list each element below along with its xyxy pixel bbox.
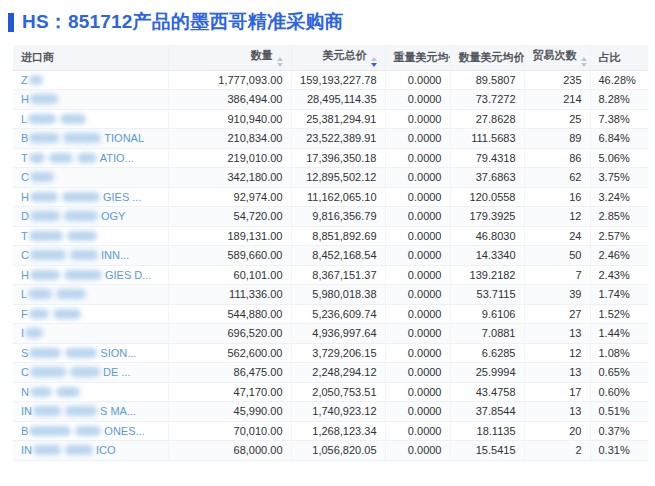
cell-usd_per_weight: 0.0000 xyxy=(385,109,450,129)
caret-down-icon[interactable] xyxy=(277,63,283,67)
page-header: HS：851712产品的墨西哥精准采购商 xyxy=(0,0,655,42)
redacted-name-segment xyxy=(30,250,66,260)
importer-name-link[interactable]: I xyxy=(13,324,168,344)
cell-trade_count: 20 xyxy=(524,421,590,441)
table-row: CINN...589,660.008,452,168.540.000014.33… xyxy=(13,246,648,266)
importer-name-suffix: INN... xyxy=(101,249,129,261)
importer-name-link[interactable]: T xyxy=(13,226,168,246)
importer-name-link[interactable]: F xyxy=(13,304,168,324)
cell-usd_total: 4,936,997.64 xyxy=(291,324,385,344)
cell-quantity: 562,600.00 xyxy=(168,343,291,363)
cell-quantity: 589,660.00 xyxy=(168,246,291,266)
sort-icon[interactable] xyxy=(581,57,587,67)
importer-name-link[interactable]: TATIO... xyxy=(13,148,168,168)
redacted-name-segment xyxy=(33,406,61,416)
importer-name-link[interactable]: SSION... xyxy=(13,343,168,363)
caret-up-icon[interactable] xyxy=(371,57,377,61)
cell-usd_per_unit: 14.3340 xyxy=(450,246,524,266)
redacted-name-segment xyxy=(63,133,101,143)
page-title: HS：851712产品的墨西哥精准采购商 xyxy=(22,9,344,35)
cell-trade_count: 13 xyxy=(524,363,590,383)
cell-usd_total: 8,367,151.37 xyxy=(291,265,385,285)
cell-share: 8.28% xyxy=(590,90,648,110)
cell-trade_count: 214 xyxy=(524,90,590,110)
cell-share: 1.08% xyxy=(590,343,648,363)
importer-name-suffix: ICO xyxy=(96,444,116,456)
redacted-name-segment xyxy=(53,309,81,319)
cell-quantity: 386,494.00 xyxy=(168,90,291,110)
cell-usd_per_unit: 9.6106 xyxy=(450,304,524,324)
importer-name-link[interactable]: L xyxy=(13,285,168,305)
cell-quantity: 68,000.00 xyxy=(168,441,291,461)
importer-name-suffix: TIONAL xyxy=(104,132,144,144)
cell-usd_per_weight: 0.0000 xyxy=(385,148,450,168)
table-row: INS MA...45,990.001,740,923.120.000037.8… xyxy=(13,402,648,422)
cell-usd_per_unit: 73.7272 xyxy=(450,90,524,110)
cell-trade_count: 17 xyxy=(524,382,590,402)
importer-name-prefix: IN xyxy=(21,444,32,456)
column-label: 数量 xyxy=(251,49,273,61)
redacted-name-segment xyxy=(30,211,60,221)
importer-name-link[interactable]: HGIES D... xyxy=(13,265,168,285)
sort-icon[interactable] xyxy=(371,57,377,67)
redacted-name-segment xyxy=(77,153,97,163)
cell-quantity: 47,170.00 xyxy=(168,382,291,402)
cell-usd_per_unit: 89.5807 xyxy=(450,70,524,90)
importer-name-link[interactable]: BTIONAL xyxy=(13,129,168,149)
column-header-trade_count[interactable]: 贸易次数 xyxy=(524,45,590,70)
importer-name-link[interactable]: C xyxy=(13,168,168,188)
redacted-name-segment xyxy=(29,231,63,241)
redacted-name-segment xyxy=(29,153,45,163)
importer-name-link[interactable]: CDE ... xyxy=(13,363,168,383)
caret-down-icon[interactable] xyxy=(581,63,587,67)
importer-name-link[interactable]: INICO xyxy=(13,441,168,461)
cell-quantity: 86,475.00 xyxy=(168,363,291,383)
table-row: Z1,777,093.00159,193,227.780.000089.5807… xyxy=(13,70,648,90)
redacted-name-segment xyxy=(65,406,97,416)
column-header-usd_per_weight: 重量美元均价 xyxy=(385,45,450,70)
redacted-name-segment xyxy=(67,231,97,241)
column-label: 重量美元均价 xyxy=(394,51,451,63)
cell-trade_count: 13 xyxy=(524,324,590,344)
importer-name-link[interactable]: H xyxy=(13,90,168,110)
importer-name-prefix: Z xyxy=(21,74,28,86)
importer-name-suffix: ATIO... xyxy=(100,152,134,164)
cell-usd_total: 5,980,018.38 xyxy=(291,285,385,305)
column-header-quantity[interactable]: 数量 xyxy=(168,45,291,70)
caret-down-icon[interactable] xyxy=(371,63,377,67)
importer-name-link[interactable]: HGIES ... xyxy=(13,187,168,207)
redacted-name-segment xyxy=(33,445,61,455)
importer-name-link[interactable]: BONES... xyxy=(13,421,168,441)
sort-icon[interactable] xyxy=(277,57,283,67)
caret-up-icon[interactable] xyxy=(581,57,587,61)
column-header-usd_total[interactable]: 美元总价 xyxy=(291,45,385,70)
cell-usd_total: 1,056,820.05 xyxy=(291,441,385,461)
importer-name-link[interactable]: CINN... xyxy=(13,246,168,266)
cell-usd_total: 1,268,123.34 xyxy=(291,421,385,441)
importer-name-link[interactable]: INS MA... xyxy=(13,402,168,422)
importer-name-link[interactable]: Z xyxy=(13,70,168,90)
cell-usd_total: 2,050,753.51 xyxy=(291,382,385,402)
cell-usd_per_weight: 0.0000 xyxy=(385,343,450,363)
cell-usd_per_weight: 0.0000 xyxy=(385,207,450,227)
redacted-name-segment xyxy=(25,328,43,338)
cell-usd_per_weight: 0.0000 xyxy=(385,363,450,383)
table-row: H386,494.0028,495,114.350.000073.7272214… xyxy=(13,90,648,110)
redacted-name-segment xyxy=(75,426,101,436)
importer-name-prefix: F xyxy=(21,308,28,320)
cell-share: 2.46% xyxy=(590,246,648,266)
importer-name-link[interactable]: DOGY xyxy=(13,207,168,227)
caret-up-icon[interactable] xyxy=(277,57,283,61)
cell-quantity: 92,974.00 xyxy=(168,187,291,207)
cell-trade_count: 86 xyxy=(524,148,590,168)
cell-share: 7.38% xyxy=(590,109,648,129)
cell-usd_per_unit: 25.9994 xyxy=(450,363,524,383)
importer-name-link[interactable]: L xyxy=(13,109,168,129)
importer-name-suffix: S MA... xyxy=(100,405,136,417)
table-row: C342,180.0012,895,502.120.000037.6863623… xyxy=(13,168,648,188)
table-row: L111,336.005,980,018.380.000053.7115391.… xyxy=(13,285,648,305)
redacted-name-segment xyxy=(28,289,52,299)
importer-name-link[interactable]: N xyxy=(13,382,168,402)
cell-usd_total: 9,816,356.79 xyxy=(291,207,385,227)
cell-quantity: 1,777,093.00 xyxy=(168,70,291,90)
